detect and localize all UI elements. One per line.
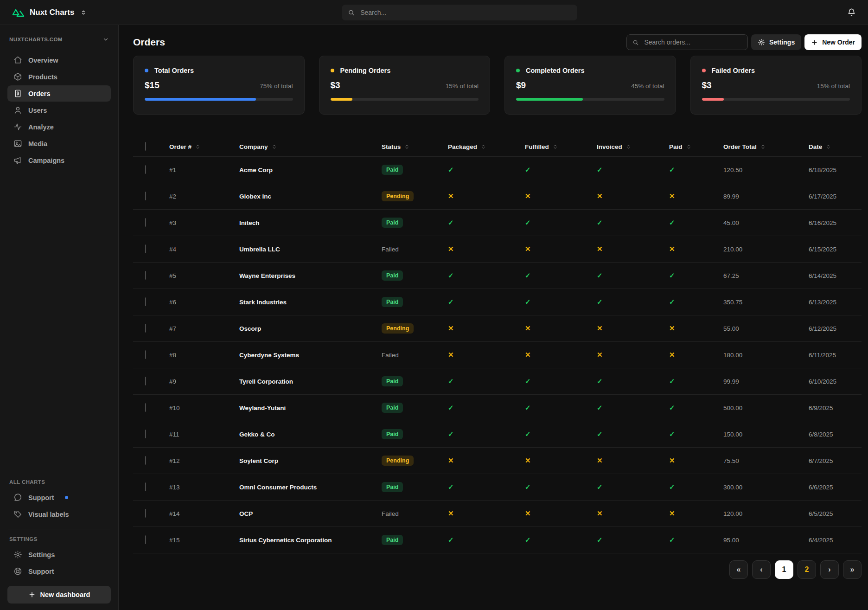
table-row[interactable]: #12 Soylent Corp Pending ✕ ✕ ✕ ✕ 75.50 6… — [133, 448, 862, 474]
global-search-input[interactable] — [359, 8, 571, 17]
status-badge: Paid — [382, 165, 403, 175]
check-icon: ✓ — [597, 430, 603, 438]
new-order-button[interactable]: New Order — [804, 34, 862, 50]
column-header-date[interactable]: Date — [809, 143, 862, 150]
cell-status: Paid — [382, 270, 448, 281]
sidebar-item-visual-labels-charts[interactable]: Visual labels — [7, 506, 111, 522]
next-page-button[interactable]: › — [820, 560, 839, 579]
cell-order-total: 500.00 — [723, 405, 809, 411]
check-icon: ✓ — [597, 377, 603, 385]
column-header-paid[interactable]: Paid — [669, 143, 723, 150]
cell-order-total: 55.00 — [723, 325, 809, 332]
table-row[interactable]: #6 Stark Industries Paid ✓ ✓ ✓ ✓ 350.75 … — [133, 289, 862, 315]
sidebar-item-analyze[interactable]: Analyze — [7, 119, 111, 135]
new-dashboard-button[interactable]: New dashboard — [7, 586, 111, 604]
table-row[interactable]: #8 Cyberdyne Systems Failed ✕ ✕ ✕ ✕ 180.… — [133, 342, 862, 368]
table-row[interactable]: #13 Omni Consumer Products Paid ✓ ✓ ✓ ✓ … — [133, 474, 862, 501]
table-row[interactable]: #1 Acme Corp Paid ✓ ✓ ✓ ✓ 120.50 6/18/20… — [133, 157, 862, 183]
row-checkbox[interactable] — [145, 509, 146, 518]
row-checkbox[interactable] — [145, 482, 146, 491]
orders-search-input[interactable] — [643, 38, 742, 46]
column-header-invoiced[interactable]: Invoiced — [597, 143, 669, 150]
row-checkbox[interactable] — [145, 456, 146, 465]
column-header-company[interactable]: Company — [239, 143, 382, 150]
sidebar-item-label: Products — [28, 73, 57, 81]
sidebar-item-orders[interactable]: Orders — [7, 85, 111, 102]
sidebar-item-media[interactable]: Media — [7, 135, 111, 152]
sidebar-item-products[interactable]: Products — [7, 69, 111, 85]
row-checkbox[interactable] — [145, 403, 146, 412]
row-checkbox[interactable] — [145, 350, 146, 359]
sidebar-item-support-settings[interactable]: Support — [7, 563, 111, 579]
notifications-button[interactable] — [847, 8, 856, 17]
row-checkbox[interactable] — [145, 297, 146, 306]
page-button-2[interactable]: 2 — [798, 560, 816, 579]
cell-status: Paid — [382, 429, 448, 439]
check-icon: ✓ — [669, 377, 675, 385]
row-checkbox[interactable] — [145, 218, 146, 227]
column-header-fulfilled[interactable]: Fulfilled — [525, 143, 597, 150]
sidebar-item-label: Media — [28, 140, 47, 148]
table-row[interactable]: #10 Weyland-Yutani Paid ✓ ✓ ✓ ✓ 500.00 6… — [133, 395, 862, 421]
plus-icon — [811, 39, 818, 46]
cell-order-total: 75.50 — [723, 457, 809, 464]
check-icon: ✓ — [669, 166, 675, 173]
table-row[interactable]: #2 Globex Inc Pending ✕ ✕ ✕ ✕ 89.99 6/17… — [133, 183, 862, 210]
sidebar-item-label: Visual labels — [28, 511, 69, 518]
search-icon — [632, 39, 638, 46]
sidebar-item-users[interactable]: Users — [7, 102, 111, 118]
table-row[interactable]: #15 Sirius Cybernetics Corporation Paid … — [133, 527, 862, 553]
last-page-button[interactable]: » — [843, 560, 862, 579]
select-all-checkbox[interactable] — [145, 142, 146, 151]
row-checkbox[interactable] — [145, 192, 146, 200]
table-row[interactable]: #7 Oscorp Pending ✕ ✕ ✕ ✕ 55.00 6/12/202… — [133, 315, 862, 342]
team-switcher[interactable]: NUXTCHARTS.COM — [7, 36, 111, 43]
row-checkbox[interactable] — [145, 324, 146, 333]
cross-icon: ✕ — [669, 351, 675, 359]
sidebar-item-campaigns[interactable]: Campaigns — [7, 152, 111, 168]
orders-search[interactable] — [626, 34, 748, 50]
table-row[interactable]: #14 OCP Failed ✕ ✕ ✕ ✕ 120.00 6/5/2025 — [133, 501, 862, 527]
check-icon: ✓ — [669, 404, 675, 411]
page-button-1[interactable]: 1 — [775, 560, 793, 579]
receipt-icon — [13, 89, 22, 98]
settings-button[interactable]: Settings — [751, 34, 801, 50]
table-row[interactable]: #5 Wayne Enterprises Paid ✓ ✓ ✓ ✓ 67.25 … — [133, 263, 862, 289]
row-checkbox[interactable] — [145, 165, 146, 174]
sidebar-item-overview[interactable]: Overview — [7, 52, 111, 68]
cell-paid: ✕ — [669, 456, 723, 465]
stat-card-completed-orders: Completed Orders $9 45% of total — [504, 56, 676, 115]
row-checkbox[interactable] — [145, 535, 146, 544]
stat-label: Completed Orders — [526, 67, 585, 74]
first-page-button[interactable]: « — [729, 560, 748, 579]
cell-invoiced: ✕ — [597, 509, 669, 518]
table-row[interactable]: #4 Umbrella LLC Failed ✕ ✕ ✕ ✕ 210.00 6/… — [133, 236, 862, 263]
cell-invoiced: ✓ — [597, 377, 669, 385]
cell-order-total: 99.99 — [723, 378, 809, 385]
cell-fulfilled: ✓ — [525, 536, 597, 544]
row-checkbox[interactable] — [145, 430, 146, 438]
sidebar-nav: Overview Products Orders Users Analyze M… — [7, 52, 111, 168]
cell-company: Sirius Cybernetics Corporation — [239, 537, 382, 544]
column-header-order[interactable]: Order # — [169, 143, 239, 150]
sidebar-item-settings-settings[interactable]: Settings — [7, 546, 111, 563]
check-icon: ✓ — [597, 166, 603, 173]
previous-page-button[interactable]: ‹ — [752, 560, 771, 579]
row-checkbox[interactable] — [145, 377, 146, 385]
table-row[interactable]: #3 Initech Paid ✓ ✓ ✓ ✓ 45.00 6/16/2025 — [133, 210, 862, 236]
cell-status: Paid — [382, 297, 448, 307]
cross-icon: ✕ — [525, 456, 531, 464]
column-header-packaged[interactable]: Packaged — [448, 143, 525, 150]
row-checkbox[interactable] — [145, 244, 146, 253]
column-header-status[interactable]: Status — [382, 143, 448, 150]
global-search[interactable] — [342, 5, 577, 20]
sidebar-item-support-charts[interactable]: Support — [7, 489, 111, 506]
column-header-total[interactable]: Order Total — [723, 143, 809, 150]
table-row[interactable]: #9 Tyrell Corporation Paid ✓ ✓ ✓ ✓ 99.99… — [133, 368, 862, 395]
check-icon: ✓ — [448, 536, 454, 544]
check-icon: ✓ — [448, 483, 454, 491]
row-checkbox[interactable] — [145, 271, 146, 280]
table-row[interactable]: #11 Gekko & Co Paid ✓ ✓ ✓ ✓ 150.00 6/8/2… — [133, 421, 862, 448]
brand[interactable]: Nuxt Charts — [12, 8, 87, 17]
cell-order-total: 95.00 — [723, 537, 809, 544]
